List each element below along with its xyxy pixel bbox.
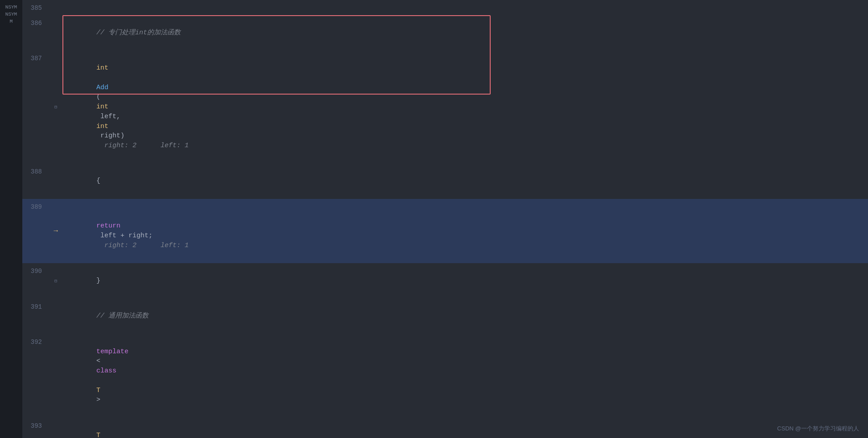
line-row: 387 ⊟ int Add ( int left, int right) rig… xyxy=(22,50,868,163)
watermark: CSDN @一个努力学习编程的人 xyxy=(777,425,859,433)
keyword-template: template xyxy=(96,348,128,355)
line-number: 392 xyxy=(22,334,49,418)
line-number: 389 xyxy=(22,199,49,264)
line-content: int Add ( int left, int right) right: 2 … xyxy=(62,50,868,163)
line-row: 392 template < class T > xyxy=(22,334,868,418)
line-row: 390 ⊟ } xyxy=(22,263,868,298)
line-gutter xyxy=(49,0,62,15)
type-T: T xyxy=(96,432,100,438)
line-content: } xyxy=(62,263,868,298)
line-row: 386 // 专门处理int的加法函数 xyxy=(22,15,868,50)
line-gutter xyxy=(49,164,62,199)
line-content: template < class T > xyxy=(62,334,868,418)
line-number: 387 xyxy=(22,50,49,163)
sidebar-sym-3: M xyxy=(10,19,13,24)
line-row: 385 xyxy=(22,0,868,15)
line-number: 386 xyxy=(22,15,49,50)
fold-icon[interactable]: ⊟ xyxy=(54,104,57,110)
line-row-active: 389 → return left + right; right: 2 left… xyxy=(22,199,868,264)
keyword-return: return xyxy=(96,222,120,230)
line-gutter xyxy=(49,334,62,418)
line-content xyxy=(62,0,868,15)
comment-text: // 通用加法函数 xyxy=(96,312,149,320)
line-gutter xyxy=(49,15,62,50)
debug-arrow-icon: → xyxy=(54,227,58,235)
line-number: 388 xyxy=(22,164,49,199)
line-number: 385 xyxy=(22,0,49,15)
line-gutter: ⊟ xyxy=(49,418,62,438)
code-area: 385 386 // 专门处理int的加法函数 387 ⊟ int Add ( … xyxy=(22,0,868,438)
line-number: 390 xyxy=(22,263,49,298)
function-name: Add xyxy=(96,84,108,91)
line-content: { xyxy=(62,164,868,199)
sidebar-sym-1: NSYM xyxy=(5,4,17,10)
main-editor: 385 386 // 专门处理int的加法函数 387 ⊟ int Add ( … xyxy=(22,0,868,438)
line-content: // 通用加法函数 xyxy=(62,299,868,334)
line-gutter: ⊟ xyxy=(49,50,62,163)
line-content: T Add ( T left, T right) xyxy=(62,418,868,438)
line-content: return left + right; right: 2 left: 1 xyxy=(62,199,868,264)
keyword-int: int xyxy=(96,64,108,72)
line-number: 391 xyxy=(22,299,49,334)
line-gutter: ⊟ xyxy=(49,263,62,298)
line-row: 391 // 通用加法函数 xyxy=(22,299,868,334)
line-row: 388 { xyxy=(22,164,868,199)
left-sidebar: NSYM NSYM M xyxy=(0,0,22,438)
line-gutter: → xyxy=(49,199,62,264)
comment-text: // 专门处理int的加法函数 xyxy=(96,29,181,37)
line-row: 393 ⊟ T Add ( T left, T right) xyxy=(22,418,868,438)
sidebar-sym-2: NSYM xyxy=(5,12,17,17)
fold-icon[interactable]: ⊟ xyxy=(54,278,57,284)
line-gutter xyxy=(49,299,62,334)
line-content: // 专门处理int的加法函数 xyxy=(62,15,868,50)
line-number: 393 xyxy=(22,418,49,438)
